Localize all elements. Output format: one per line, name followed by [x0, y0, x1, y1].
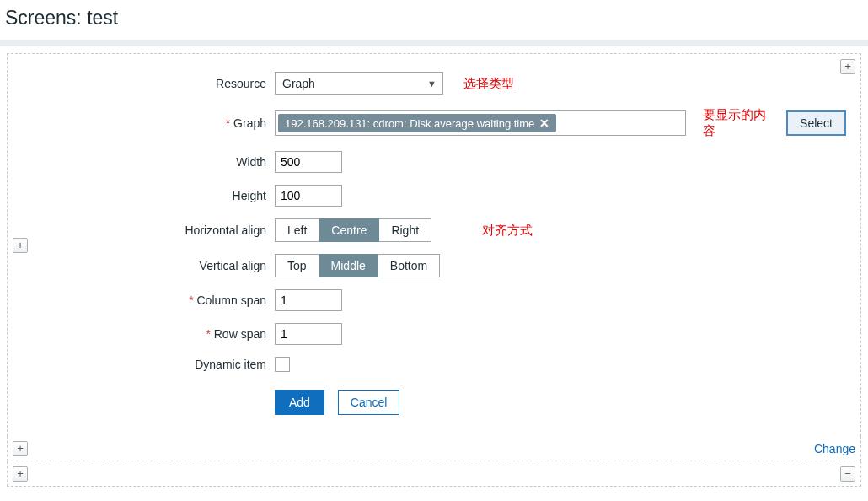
valign-middle[interactable]: Middle [319, 254, 378, 277]
halign-right[interactable]: Right [379, 218, 431, 242]
select-graph-button[interactable]: Select [786, 110, 846, 136]
height-label: Height [85, 179, 271, 213]
add-cell-button[interactable]: + [13, 441, 28, 456]
dynamic-checkbox[interactable] [275, 357, 290, 372]
page-title: Screens: test [5, 7, 863, 30]
height-input[interactable] [275, 185, 342, 207]
add-row-button[interactable]: + [13, 238, 28, 253]
add-button[interactable]: Add [275, 390, 324, 415]
graph-chip: 192.168.209.131: cdrom: Disk average wai… [278, 114, 556, 132]
page-header: Screens: test [0, 0, 868, 40]
halign-label: Horizontal align [85, 213, 271, 248]
annotation-content: 要显示的内容 [703, 107, 771, 139]
graph-multiselect[interactable]: 192.168.209.131: cdrom: Disk average wai… [275, 110, 686, 136]
valign-label: Vertical align [85, 248, 271, 283]
annotation-align: 对齐方式 [482, 223, 533, 239]
colspan-input[interactable] [275, 289, 342, 311]
halign-left[interactable]: Left [275, 218, 319, 242]
graph-label: * Graph [85, 101, 271, 145]
colspan-label: * Column span [85, 283, 271, 317]
add-column-button[interactable]: + [840, 59, 855, 74]
valign-top[interactable]: Top [275, 254, 319, 277]
cell-config-form: Resource Graph ▼ 选择类型 * Graph [85, 66, 850, 421]
divider-bar [0, 40, 868, 46]
valign-bottom[interactable]: Bottom [378, 254, 440, 277]
remove-cell-button[interactable]: − [840, 466, 855, 482]
halign-centre[interactable]: Centre [319, 218, 379, 242]
annotation-type: 选择类型 [463, 76, 514, 90]
screen-cell: + + Resource Graph ▼ 选择类型 * Graph [7, 53, 861, 436]
add-cell-button-2[interactable]: + [13, 466, 28, 482]
width-input[interactable] [275, 151, 342, 173]
resource-select[interactable]: Graph [275, 72, 443, 95]
valign-segmented: Top Middle Bottom [275, 254, 846, 277]
halign-segmented: Left Centre Right [275, 218, 431, 242]
cancel-button[interactable]: Cancel [338, 390, 400, 415]
row-controls-1: + Change [7, 436, 861, 461]
screen-editor: + + Resource Graph ▼ 选择类型 * Graph [0, 46, 868, 493]
remove-chip-icon[interactable]: ✕ [539, 116, 549, 130]
width-label: Width [85, 145, 271, 179]
change-link[interactable]: Change [814, 442, 855, 455]
rowspan-label: * Row span [85, 317, 271, 351]
row-controls-2: + − [7, 461, 861, 487]
rowspan-input[interactable] [275, 323, 342, 345]
resource-label: Resource [85, 66, 271, 101]
dynamic-label: Dynamic item [85, 351, 271, 378]
